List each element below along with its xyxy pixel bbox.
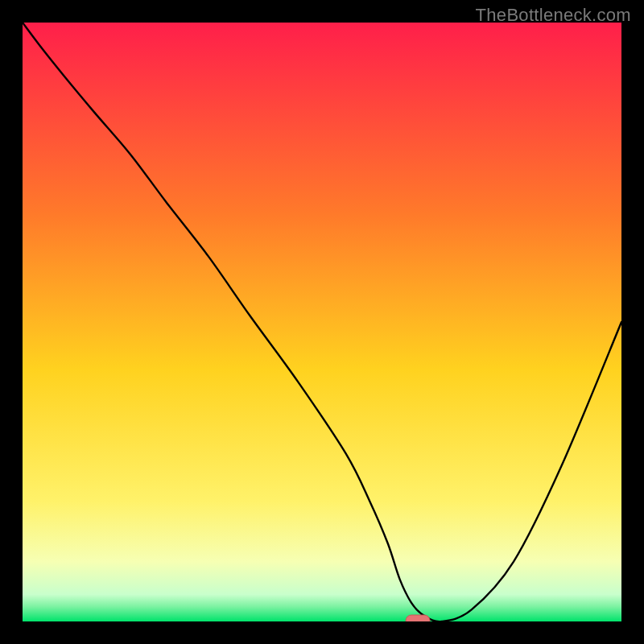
- plot-area: [23, 23, 621, 621]
- gradient-background: [23, 23, 621, 621]
- optimal-marker: [406, 615, 430, 621]
- chart-frame: TheBottleneck.com: [0, 0, 644, 644]
- chart-svg: [23, 23, 621, 621]
- watermark-text: TheBottleneck.com: [476, 5, 631, 26]
